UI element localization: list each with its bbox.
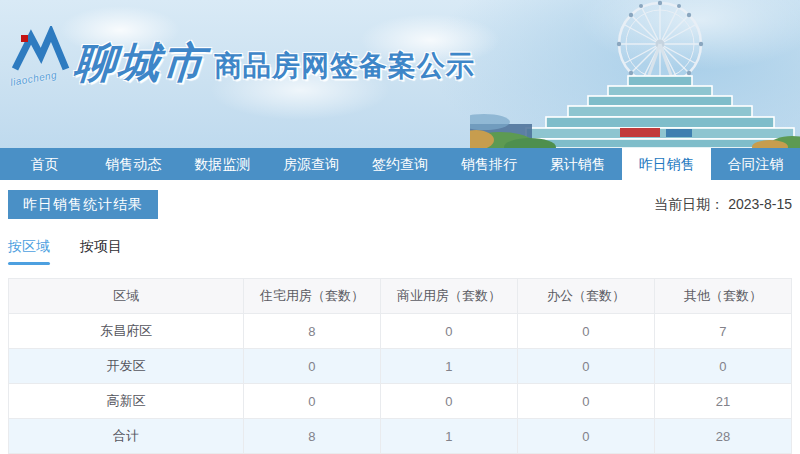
nav-item-home[interactable]: 首页 [0, 148, 89, 180]
cell-value: 0 [654, 349, 791, 384]
cell-value: 1 [380, 349, 517, 384]
site-title: 商品房网签备案公示 [214, 52, 475, 80]
nav-item-housing-query[interactable]: 房源查询 [267, 148, 356, 180]
page-head: 昨日销售统计结果 当前日期：2023-8-15 [8, 190, 792, 219]
nav-item-signing-query[interactable]: 签约查询 [356, 148, 445, 180]
cell-value: 0 [243, 384, 380, 419]
cell-value: 21 [654, 384, 791, 419]
table-row: 开发区 0 1 0 0 [9, 349, 792, 384]
column-header-commercial: 商业用房（套数） [380, 279, 517, 314]
nav-item-data-monitor[interactable]: 数据监测 [178, 148, 267, 180]
cell-value: 7 [654, 314, 791, 349]
current-date-value: 2023-8-15 [728, 196, 792, 212]
nav-item-total-sales[interactable]: 累计销售 [533, 148, 622, 180]
ferris-wheel-building-illustration [470, 0, 800, 148]
cell-value: 28 [654, 419, 791, 454]
column-header-office: 办公（套数） [517, 279, 654, 314]
cell-region: 合计 [9, 419, 244, 454]
cell-value: 0 [517, 384, 654, 419]
table-row-total: 合计 8 1 0 28 [9, 419, 792, 454]
current-date-label: 当前日期： [654, 196, 724, 212]
cell-value: 0 [380, 384, 517, 419]
cell-value: 0 [517, 419, 654, 454]
page-root: liaocheng 聊城市 商品房网签备案公示 首页 销售动态 数据监测 房源查… [0, 0, 800, 454]
cell-region: 开发区 [9, 349, 244, 384]
column-header-region: 区域 [9, 279, 244, 314]
nav-item-yesterday-sales[interactable]: 昨日销售 [622, 148, 711, 180]
nav-item-sales-dynamics[interactable]: 销售动态 [89, 148, 178, 180]
logo: liaocheng [12, 26, 70, 86]
cell-value: 0 [517, 349, 654, 384]
nav-item-sales-ranking[interactable]: 销售排行 [444, 148, 533, 180]
cell-value: 8 [243, 419, 380, 454]
cell-value: 0 [243, 349, 380, 384]
sales-statistics-table: 区域 住宅用房（套数） 商业用房（套数） 办公（套数） 其他（套数） 东昌府区 … [8, 278, 792, 454]
site-header: liaocheng 聊城市 商品房网签备案公示 [0, 0, 800, 148]
content: 昨日销售统计结果 当前日期：2023-8-15 按区域 按项目 区域 住宅用房（… [0, 180, 800, 454]
nav-item-contract-cancel[interactable]: 合同注销 [711, 148, 800, 180]
cell-value: 0 [517, 314, 654, 349]
subtabs: 按区域 按项目 [8, 238, 792, 265]
cell-region: 高新区 [9, 384, 244, 419]
tab-by-project[interactable]: 按项目 [80, 238, 122, 265]
cell-region: 东昌府区 [9, 314, 244, 349]
main-nav: 首页 销售动态 数据监测 房源查询 签约查询 销售排行 累计销售 昨日销售 合同… [0, 148, 800, 180]
column-header-other: 其他（套数） [654, 279, 791, 314]
cell-value: 8 [243, 314, 380, 349]
current-date: 当前日期：2023-8-15 [654, 196, 792, 214]
tab-by-region[interactable]: 按区域 [8, 238, 50, 265]
table-header-row: 区域 住宅用房（套数） 商业用房（套数） 办公（套数） 其他（套数） [9, 279, 792, 314]
table-row: 东昌府区 8 0 0 7 [9, 314, 792, 349]
cell-value: 1 [380, 419, 517, 454]
mountain-m-logo-icon [12, 26, 70, 78]
brand: liaocheng 聊城市 商品房网签备案公示 [12, 26, 475, 86]
column-header-residential: 住宅用房（套数） [243, 279, 380, 314]
table-row: 高新区 0 0 0 21 [9, 384, 792, 419]
section-title-badge: 昨日销售统计结果 [8, 190, 158, 219]
brand-city-name: 聊城市 [73, 42, 208, 84]
cell-value: 0 [380, 314, 517, 349]
